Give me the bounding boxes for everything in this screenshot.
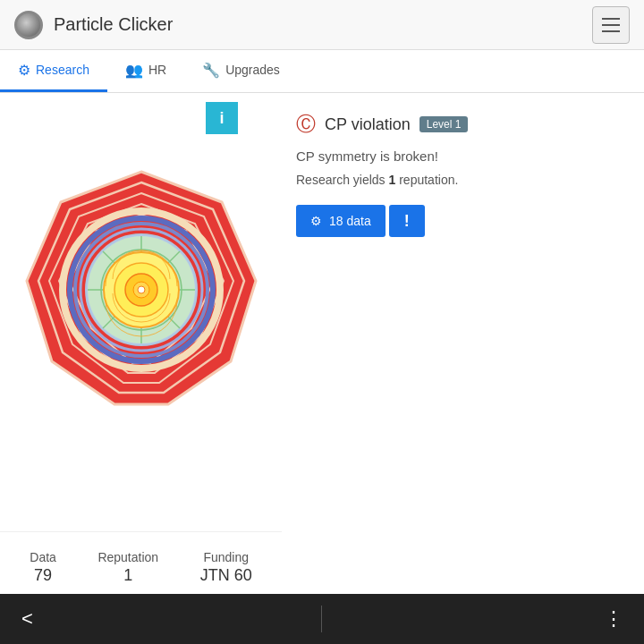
research-item-name: CP violation xyxy=(325,115,411,134)
info-button[interactable]: i xyxy=(206,102,238,134)
bottom-bar: < ⋮ xyxy=(0,594,644,644)
stat-rep-value: 1 xyxy=(97,566,158,585)
research-item-yield: Research yields 1 reputation. xyxy=(296,173,630,187)
upgrades-tab-icon: 🔧 xyxy=(202,62,220,79)
app-title: Particle Clicker xyxy=(54,14,592,35)
research-item-cp-violation: Ⓒ CP violation Level 1 CP symmetry is br… xyxy=(296,111,630,237)
main-content: i xyxy=(0,93,644,594)
back-button[interactable]: < xyxy=(14,600,40,638)
particle-visualizer[interactable] xyxy=(12,129,271,451)
stat-fund-label: Funding xyxy=(200,550,252,564)
research-item-description: CP symmetry is broken! xyxy=(296,148,630,164)
level-badge: Level 1 xyxy=(419,116,469,132)
stat-funding: Funding JTN 60 xyxy=(200,550,252,585)
stat-rep-label: Reputation xyxy=(97,550,158,564)
tab-hr[interactable]: 👥 HR xyxy=(107,50,184,92)
menu-button[interactable] xyxy=(592,6,630,44)
hr-tab-icon: 👥 xyxy=(125,62,143,79)
tab-upgrades[interactable]: 🔧 Upgrades xyxy=(184,50,298,92)
svg-point-22 xyxy=(138,286,145,293)
menu-line-1 xyxy=(602,18,620,20)
nav-divider xyxy=(321,606,322,632)
menu-line-3 xyxy=(602,30,620,32)
action-row: ⚙ 18 data ! xyxy=(296,205,630,237)
tabs-bar: ⚙ Research 👥 HR 🔧 Upgrades xyxy=(0,50,644,93)
stat-data-label: Data xyxy=(30,550,56,564)
hr-tab-label: HR xyxy=(148,63,166,77)
stat-data-value: 79 xyxy=(30,566,56,585)
stat-reputation: Reputation 1 xyxy=(97,550,158,585)
stat-fund-value: JTN 60 xyxy=(200,566,252,585)
stat-data: Data 79 xyxy=(30,550,56,585)
research-tab-icon: ⚙ xyxy=(18,62,30,79)
data-button-label: 18 data xyxy=(329,214,371,228)
left-panel: i xyxy=(0,93,282,594)
gear-icon: ⚙ xyxy=(310,214,322,228)
yield-unit: reputation. xyxy=(395,173,458,187)
tab-research[interactable]: ⚙ Research xyxy=(0,50,107,92)
research-item-header: Ⓒ CP violation Level 1 xyxy=(296,111,630,138)
menu-line-2 xyxy=(602,24,620,26)
yield-text: Research yields xyxy=(296,173,389,187)
more-button[interactable]: ⋮ xyxy=(597,600,630,638)
research-data-button[interactable]: ⚙ 18 data xyxy=(296,205,386,237)
app-icon xyxy=(14,11,43,39)
rings-svg xyxy=(16,165,267,415)
upgrades-tab-label: Upgrades xyxy=(225,63,280,77)
exclaim-button[interactable]: ! xyxy=(389,205,425,237)
cp-violation-icon: Ⓒ xyxy=(296,111,316,138)
research-tab-label: Research xyxy=(36,63,89,77)
right-panel: Ⓒ CP violation Level 1 CP symmetry is br… xyxy=(282,93,644,594)
stats-row: Data 79 Reputation 1 Funding JTN 60 xyxy=(0,531,282,594)
top-bar: Particle Clicker xyxy=(0,0,644,50)
